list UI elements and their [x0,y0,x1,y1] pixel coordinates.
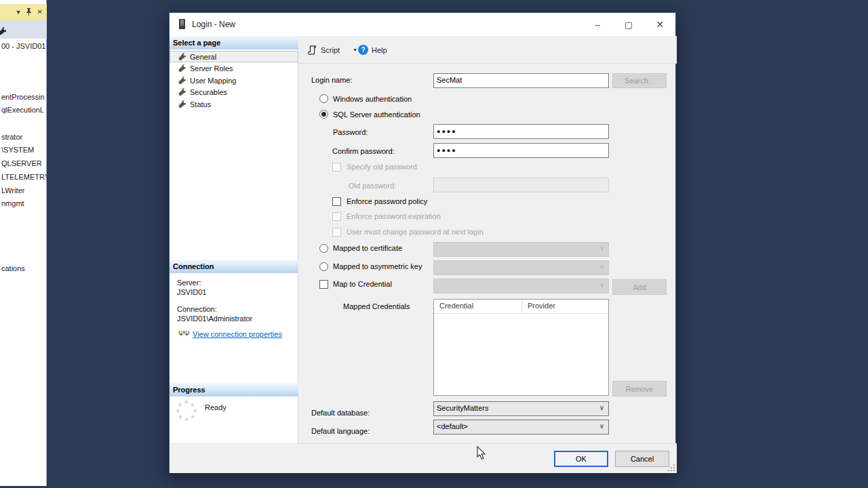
script-button[interactable]: Script ▼ [308,36,357,64]
sql-auth-radio[interactable] [319,110,328,119]
search-button[interactable]: Search... [612,73,667,88]
sidebar-item-label: Status [190,100,211,108]
mapped-credentials-label: Mapped Credentials [343,302,410,310]
pin-icon[interactable] [26,8,32,17]
wrench-icon [178,100,186,108]
remove-button[interactable]: Remove [612,381,667,396]
column-header-provider[interactable]: Provider [522,300,555,313]
explorer-titlebar: ▾ ✕ [0,4,47,20]
wrench-icon [178,53,186,60]
script-icon [308,45,317,55]
confirm-password-label: Confirm password: [332,147,395,155]
login-name-label: Login name: [311,76,353,84]
chevron-down-icon: ∨ [599,281,604,289]
column-header-credential[interactable]: Credential [434,300,522,313]
enforce-password-policy-label[interactable]: Enforce password policy [347,197,427,205]
explorer-toolbar [0,20,47,39]
sidebar-item-label: Securables [190,88,227,96]
credential-select: ∨ [433,279,609,293]
dialog-footer: OK Cancel [170,443,677,473]
close-button[interactable]: ✕ [644,13,675,36]
cancel-button[interactable]: Cancel [615,451,669,467]
certificate-select: ∨ [433,242,609,257]
mouse-cursor [477,446,486,463]
select-a-page-header: Select a page [170,36,298,49]
enforce-password-expiration-label: Enforce password expiration [347,212,441,220]
login-name-input[interactable]: SecMat [433,73,609,88]
explorer-item[interactable]: strator [1,133,47,141]
explorer-item[interactable]: 00 - JSVID01 [1,42,47,50]
default-language-select[interactable]: <default>∨ [433,420,609,434]
progress-header: Progress [170,383,298,396]
connection-header: Connection [170,260,298,273]
default-database-select[interactable]: SecurityMatters∨ [433,401,609,416]
wrench-icon [178,88,186,96]
password-label: Password: [333,128,368,136]
maximize-button[interactable]: ▢ [613,13,644,36]
enforce-password-expiration-checkbox [332,212,341,221]
add-button[interactable]: Add [612,279,667,295]
enforce-password-policy-checkbox[interactable] [332,197,341,206]
mapped-to-asymmetric-key-label[interactable]: Mapped to asymmetric key [333,262,422,270]
table-header-row: Credential Provider [434,300,608,314]
login-new-dialog: Login - New – ▢ ✕ Select a page General … [169,12,676,472]
explorer-item[interactable]: qlExecutionL [1,106,47,114]
explorer-item[interactable]: \SYSTEM [1,146,47,154]
sidebar-item-label: General [190,53,216,61]
server-value: JSVID01 [177,288,206,296]
help-icon: ? [358,45,368,55]
explorer-item[interactable]: cations [1,264,47,272]
mapped-to-asymmetric-key-radio[interactable] [319,262,328,271]
script-dropdown-icon[interactable]: ▼ [353,47,357,52]
specify-old-password-label: Specify old password [347,163,417,171]
dialog-toolbar: Script ▼ ? Help [298,36,677,64]
password-input[interactable]: ●●●● [433,124,609,139]
chevron-down-icon: ∨ [599,263,604,270]
sql-auth-label[interactable]: SQL Server authentication [333,110,420,119]
minimize-button[interactable]: – [582,13,613,36]
mapped-credentials-table[interactable]: Credential Provider [433,299,609,396]
explorer-item[interactable]: nmgmt [1,199,47,207]
ok-button[interactable]: OK [554,451,608,467]
progress-spinner-icon [176,401,197,421]
connection-value: JSVID01\Administrator [177,314,252,323]
default-database-label: Default database: [311,409,370,417]
old-password-input [433,178,609,192]
sidebar-item-status[interactable]: Status [170,98,298,110]
server-label: Server: [177,279,201,287]
view-connection-properties-link[interactable]: View connection properties [193,330,282,338]
sidebar-item-general[interactable]: General [170,51,298,62]
explorer-item[interactable]: QLSERVER [1,159,47,167]
explorer-item[interactable]: LWriter [1,186,47,195]
windows-auth-label[interactable]: Windows authentication [333,95,412,103]
resize-grip[interactable] [668,464,675,471]
chevron-down-icon: ∨ [599,422,604,430]
confirm-password-input[interactable]: ●●●● [433,143,609,158]
chevron-down-icon[interactable]: ▾ [17,9,20,16]
sidebar-item-securables[interactable]: Securables [170,86,298,98]
mapped-to-certificate-radio[interactable] [319,244,328,253]
help-button[interactable]: ? Help [358,36,387,64]
sidebar-item-user-mapping[interactable]: User Mapping [170,75,298,86]
explorer-item[interactable]: entProcessin [1,93,47,101]
partial-toolbar-icon [0,26,6,34]
windows-auth-radio[interactable] [319,94,328,103]
wrench-icon [178,64,186,72]
connection-properties-icon: ΨΨ [178,330,190,338]
explorer-item[interactable]: LTELEMETRY [1,173,47,181]
sidebar: Select a page General Server Roles User … [170,36,298,466]
wrench-icon [178,77,186,84]
default-language-value: <default> [437,422,468,430]
sidebar-item-server-roles[interactable]: Server Roles [170,62,298,74]
map-to-credential-checkbox[interactable] [319,280,328,289]
dialog-titlebar[interactable]: Login - New – ▢ ✕ [170,13,675,36]
general-page-form: Login name: SecMat Search... Windows aut… [298,64,677,443]
dialog-title: Login - New [192,20,235,29]
specify-old-password-checkbox[interactable] [332,163,341,171]
map-to-credential-label[interactable]: Map to Credential [333,280,392,288]
close-icon[interactable]: ✕ [37,9,43,16]
mapped-to-certificate-label[interactable]: Mapped to certificate [333,244,402,252]
must-change-password-checkbox [332,228,341,237]
sidebar-item-label: User Mapping [190,77,236,85]
script-label: Script [321,46,340,54]
